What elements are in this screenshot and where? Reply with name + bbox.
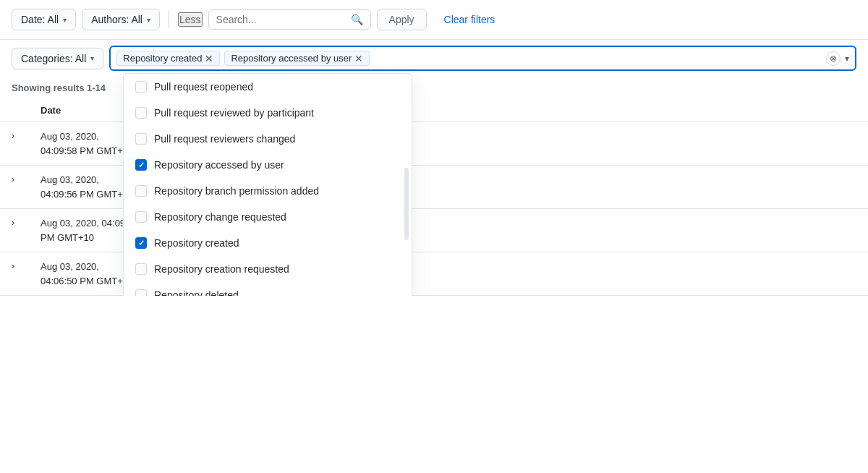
dropdown-item-repo-creation-requested[interactable]: Repository creation requested	[124, 256, 412, 282]
tags-clear-icon[interactable]: ⊗	[826, 51, 841, 66]
authors-label: Authors: All	[91, 14, 142, 25]
scrollbar-track[interactable]	[404, 168, 409, 240]
categories-chevron-icon: ▾	[90, 54, 94, 62]
dropdown-panel: Pull request reopened Pull request revie…	[123, 73, 412, 296]
col-expand	[12, 105, 41, 116]
dropdown-item-repo-change-requested[interactable]: Repository change requested	[124, 204, 412, 230]
results-count: Showing results 1-14	[12, 82, 106, 93]
tag-repo-accessed-label: Repository accessed by user	[231, 53, 352, 64]
checkbox-repo-branch-perm[interactable]	[135, 185, 147, 197]
expand-icon-3[interactable]: ›	[12, 216, 41, 228]
expand-icon-4[interactable]: ›	[12, 260, 41, 271]
toolbar: Date: All ▾ Authors: All ▾ Less 🔍 Apply …	[0, 0, 868, 40]
authors-dropdown[interactable]: Authors: All ▾	[82, 9, 160, 30]
less-label: Less	[179, 14, 201, 25]
dropdown-item-repo-created[interactable]: Repository created	[124, 230, 412, 256]
dropdown-item-repo-change-requested-label: Repository change requested	[154, 211, 286, 223]
tag-repo-created-label: Repository created	[123, 53, 202, 64]
tags-container: Repository created ✕ Repository accessed…	[109, 46, 856, 71]
dropdown-item-pr-reopened[interactable]: Pull request reopened	[124, 74, 412, 100]
checkbox-pr-reopened[interactable]	[135, 81, 147, 93]
expand-icon-2[interactable]: ›	[12, 173, 41, 184]
dropdown-item-repo-accessed[interactable]: Repository accessed by user	[124, 152, 412, 178]
tag-repo-accessed: Repository accessed by user ✕	[224, 51, 370, 66]
date-label: Date: All	[21, 14, 59, 25]
search-box: 🔍	[208, 9, 371, 30]
checkbox-repo-creation-requested[interactable]	[135, 263, 147, 275]
dropdown-item-repo-created-label: Repository created	[154, 237, 239, 249]
dropdown-item-pr-reopened-label: Pull request reopened	[154, 81, 253, 93]
checkbox-repo-created[interactable]	[135, 237, 147, 249]
checkbox-pr-reviewed[interactable]	[135, 107, 147, 119]
checkbox-repo-change-requested[interactable]	[135, 211, 147, 223]
tag-repo-created-remove[interactable]: ✕	[205, 54, 213, 64]
checkbox-repo-accessed[interactable]	[135, 159, 147, 171]
filter-row: Categories: All ▾ Repository created ✕ R…	[0, 40, 868, 77]
date-dropdown[interactable]: Date: All ▾	[12, 9, 76, 30]
dropdown-item-repo-branch-perm[interactable]: Repository branch permission added	[124, 178, 412, 204]
tags-chevron-icon[interactable]: ▾	[845, 54, 849, 64]
checkbox-pr-reviewers-changed[interactable]	[135, 133, 147, 145]
authors-chevron-icon: ▾	[147, 16, 150, 24]
dropdown-item-pr-reviewers-changed[interactable]: Pull request reviewers changed	[124, 126, 412, 152]
tag-repo-accessed-remove[interactable]: ✕	[354, 54, 363, 64]
dropdown-item-repo-branch-perm-label: Repository branch permission added	[154, 185, 319, 197]
clear-filters-button[interactable]: Clear filters	[433, 9, 507, 30]
expand-icon-1[interactable]: ›	[12, 129, 41, 141]
categories-dropdown[interactable]: Categories: All ▾	[12, 48, 103, 69]
apply-button[interactable]: Apply	[377, 9, 427, 30]
dropdown-item-repo-accessed-label: Repository accessed by user	[154, 159, 284, 171]
tag-repo-created: Repository created ✕	[116, 51, 220, 66]
dropdown-item-pr-reviewed-label: Pull request reviewed by participant	[154, 107, 314, 119]
dropdown-item-pr-reviewed[interactable]: Pull request reviewed by participant	[124, 100, 412, 126]
dropdown-item-pr-reviewers-changed-label: Pull request reviewers changed	[154, 133, 295, 145]
divider	[169, 11, 169, 28]
dropdown-item-repo-deleted-label: Repository deleted	[154, 289, 239, 296]
dropdown-item-repo-creation-requested-label: Repository creation requested	[154, 263, 289, 275]
checkbox-repo-deleted[interactable]	[135, 289, 147, 296]
search-input[interactable]	[216, 14, 346, 25]
date-chevron-icon: ▾	[63, 16, 67, 24]
categories-label: Categories: All	[21, 53, 86, 64]
search-icon: 🔍	[351, 14, 363, 25]
less-button[interactable]: Less	[178, 12, 203, 27]
dropdown-item-repo-deleted[interactable]: Repository deleted	[124, 282, 412, 296]
